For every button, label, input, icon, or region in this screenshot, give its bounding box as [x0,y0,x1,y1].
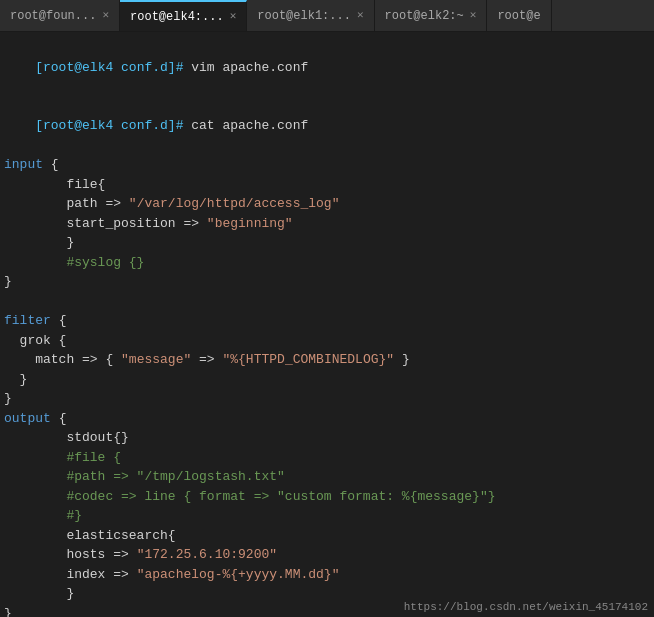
line-closebrace1: } [4,233,650,253]
line-stdout: stdout{} [4,428,650,448]
tab-elk1[interactable]: root@elk1:... ✕ [247,0,374,31]
tab-elk1-label: root@elk1:... [257,9,351,23]
tab-elk4-label: root@elk4:... [130,10,224,24]
prompt-2: [root@elk4 conf.d]# [35,118,191,133]
tab-elk4-close[interactable]: ✕ [230,11,237,22]
line-output: output { [4,409,650,429]
line-closefilter: } [4,389,650,409]
line-syslog: #syslog {} [4,253,650,273]
cmd-1: vim apache.conf [191,60,308,75]
tab-elk2[interactable]: root@elk2:~ ✕ [375,0,488,31]
tab-elke[interactable]: root@e [487,0,551,31]
terminal-body: [root@elk4 conf.d]# vim apache.conf [roo… [0,32,654,617]
line-2: [root@elk4 conf.d]# cat apache.conf [4,97,650,156]
line-index: index => "apachelog-%{+yyyy.MM.dd}" [4,565,650,585]
cmd-2: cat apache.conf [191,118,308,133]
watermark: https://blog.csdn.net/weixin_45174102 [404,601,648,613]
line-grok: grok { [4,331,650,351]
line-cbrace: #} [4,506,650,526]
line-closeinput: } [4,272,650,292]
line-blank [4,292,650,312]
tab-elke-label: root@e [497,9,540,23]
line-ccodec: #codec => line { format => "custom forma… [4,487,650,507]
line-file: file{ [4,175,650,195]
line-filter: filter { [4,311,650,331]
tab-elk2-close[interactable]: ✕ [470,10,477,21]
tab-foun-label: root@foun... [10,9,96,23]
line-1: [root@elk4 conf.d]# vim apache.conf [4,38,650,97]
line-cfile: #file { [4,448,650,468]
prompt-1: [root@elk4 conf.d]# [35,60,191,75]
tab-elk2-label: root@elk2:~ [385,9,464,23]
tab-elk4[interactable]: root@elk4:... ✕ [120,0,247,31]
line-hosts: hosts => "172.25.6.10:9200" [4,545,650,565]
line-match: match => { "message" => "%{HTTPD_COMBINE… [4,350,650,370]
line-closegrok: } [4,370,650,390]
line-path: path => "/var/log/httpd/access_log" [4,194,650,214]
line-startpos: start_position => "beginning" [4,214,650,234]
tab-foun-close[interactable]: ✕ [102,10,109,21]
line-es: elasticsearch{ [4,526,650,546]
tab-elk1-close[interactable]: ✕ [357,10,364,21]
tab-bar: root@foun... ✕ root@elk4:... ✕ root@elk1… [0,0,654,32]
line-cpath: #path => "/tmp/logstash.txt" [4,467,650,487]
line-input: input { [4,155,650,175]
tab-foun[interactable]: root@foun... ✕ [0,0,120,31]
